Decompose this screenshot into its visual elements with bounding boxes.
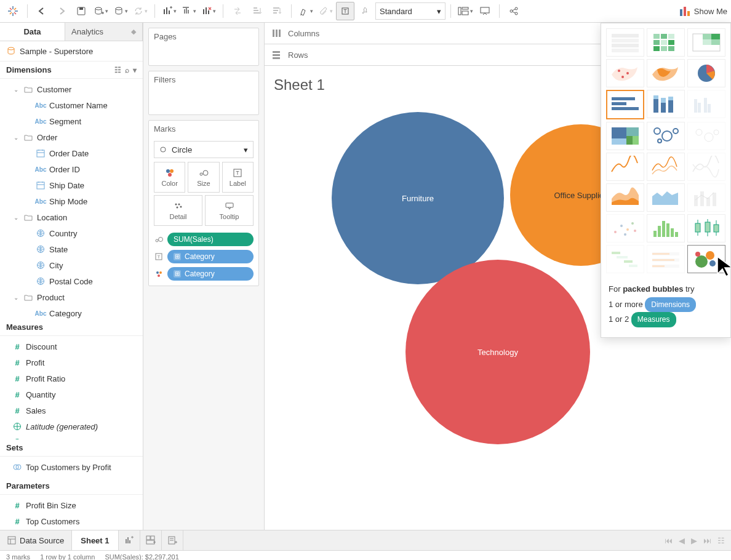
measure-field[interactable]: Longitude (generated) [0, 434, 143, 439]
nav-first-icon[interactable]: ⏮ [665, 536, 673, 545]
chart-type-area-discrete[interactable] [647, 183, 685, 212]
chart-type-heatmap[interactable] [647, 28, 685, 57]
tab-analytics[interactable]: Analytics◆ [65, 23, 143, 41]
chart-type-bullet[interactable] [647, 245, 685, 273]
dimension-field[interactable]: Order Date [0, 145, 143, 161]
pages-shelf[interactable]: Pages [148, 28, 259, 66]
dimension-field[interactable]: AbcCustomer Name [0, 97, 143, 113]
mark-label-toggle-icon[interactable]: T [336, 2, 354, 20]
dimension-field[interactable]: Ship Date [0, 177, 143, 193]
duplicate-sheet-icon[interactable]: ▾ [180, 2, 198, 20]
chart-type-treemap[interactable] [606, 122, 644, 150]
presentation-mode-icon[interactable] [476, 2, 494, 20]
chart-type-symbol-map[interactable] [606, 59, 644, 87]
dimension-field[interactable]: State [0, 241, 143, 257]
mark-type-select[interactable]: Circle ▾ [154, 141, 254, 158]
color-pill[interactable]: ⊞Category [167, 267, 254, 281]
refresh-datasource-icon[interactable]: ▾ [111, 2, 130, 20]
chart-type-line-continuous[interactable] [606, 153, 644, 181]
chart-type-text-table[interactable] [606, 28, 644, 57]
nav-next-icon[interactable]: ▶ [691, 536, 697, 545]
chart-type-line-discrete[interactable] [647, 153, 685, 181]
new-dashboard-tab[interactable] [140, 530, 162, 550]
dimension-group[interactable]: ⌄Order [0, 129, 143, 145]
share-icon[interactable] [505, 2, 523, 20]
size-pill[interactable]: SUM(Sales) [167, 233, 254, 246]
marks-color-button[interactable]: Color [154, 162, 185, 193]
forward-icon[interactable] [52, 2, 71, 20]
back-icon[interactable] [33, 2, 51, 20]
measure-field[interactable]: Latitude (generated) [0, 418, 143, 434]
chart-type-filled-map[interactable] [647, 59, 685, 87]
parameter-field[interactable]: #Profit Bin Size [0, 497, 143, 513]
auto-update-icon[interactable]: ▾ [131, 2, 150, 20]
nav-last-icon[interactable]: ⏭ [703, 536, 711, 545]
chart-type-side-by-side-bar[interactable] [687, 90, 725, 118]
bubble-furniture[interactable]: Furniture [332, 112, 504, 284]
clear-sheet-icon[interactable]: ▾ [199, 2, 218, 20]
new-worksheet-tab[interactable] [119, 530, 140, 550]
marks-label-pill-row[interactable]: T ⊞Category [149, 248, 258, 265]
label-pill[interactable]: ⊞Category [167, 250, 254, 263]
show-cards-icon[interactable]: ▾ [456, 2, 474, 20]
chart-type-scatter[interactable] [606, 214, 644, 242]
marks-detail-button[interactable]: Detail [154, 195, 202, 226]
swap-icon[interactable] [228, 2, 247, 20]
sheet-tab[interactable]: Sheet 1 [72, 530, 118, 550]
tableau-logo-icon[interactable] [4, 2, 22, 20]
set-field[interactable]: Top Customers by Profit [0, 459, 143, 475]
chart-type-packed-bubbles[interactable] [687, 245, 725, 273]
chart-type-pie[interactable] [687, 59, 725, 87]
parameter-field[interactable]: #Top Customers [0, 513, 143, 529]
marks-tooltip-button[interactable]: Tooltip [205, 195, 254, 226]
new-datasource-icon[interactable]: ▾ [92, 2, 110, 20]
sort-desc-icon[interactable] [268, 2, 286, 20]
nav-tabs-icon[interactable]: ☷ [717, 536, 725, 545]
chart-type-box-plot[interactable] [687, 214, 725, 242]
fields-menu-icon[interactable]: ▾ [133, 66, 137, 74]
measure-field[interactable]: #Profit [0, 354, 143, 370]
chart-type-highlight-table[interactable] [687, 28, 725, 57]
chart-type-side-circles[interactable] [687, 122, 725, 150]
save-icon[interactable] [72, 2, 90, 20]
dimension-field[interactable]: City [0, 257, 143, 273]
chart-type-dual-line[interactable] [687, 153, 725, 181]
new-story-tab[interactable] [162, 530, 183, 550]
datasource-tab[interactable]: Data Source [0, 530, 72, 550]
bubble-technology[interactable]: Technology [405, 260, 590, 444]
fit-mode-select[interactable]: Standard ▾ [375, 2, 445, 20]
chart-type-hbar[interactable] [606, 90, 644, 119]
measure-field[interactable]: #Sales [0, 402, 143, 418]
marks-size-button[interactable]: Size [188, 162, 219, 193]
chart-type-circle-views[interactable] [647, 122, 685, 150]
dimension-field[interactable]: Country [0, 225, 143, 241]
marks-size-pill-row[interactable]: SUM(Sales) [149, 231, 258, 248]
analytics-menu-icon[interactable]: ◆ [131, 28, 136, 36]
pin-icon[interactable] [356, 2, 374, 20]
chart-type-stacked-bar[interactable] [647, 90, 685, 118]
dimension-field[interactable]: AbcCategory [0, 305, 143, 319]
chart-type-gantt[interactable] [606, 245, 644, 273]
nav-prev-icon[interactable]: ◀ [679, 536, 685, 545]
show-me-button[interactable]: Show Me [679, 6, 727, 17]
marks-label-button[interactable]: TLabel [222, 162, 254, 193]
chart-type-area-continuous[interactable] [606, 183, 644, 212]
dimension-group[interactable]: ⌄Product [0, 289, 143, 305]
measure-field[interactable]: #Discount [0, 338, 143, 354]
dimension-field[interactable]: AbcOrder ID [0, 161, 143, 177]
highlight-icon[interactable]: ▾ [297, 2, 315, 20]
dimension-field[interactable]: AbcSegment [0, 113, 143, 129]
attachment-icon[interactable]: ▾ [316, 2, 335, 20]
filters-shelf[interactable]: Filters [148, 71, 259, 115]
chart-type-dual-combo[interactable] [687, 183, 725, 212]
dimension-field[interactable]: AbcShip Mode [0, 193, 143, 209]
marks-color-pill-row[interactable]: ⊞Category [149, 265, 258, 286]
view-as-icon[interactable]: ☷ [114, 66, 121, 74]
new-worksheet-icon[interactable]: ▾ [160, 2, 178, 20]
dimension-group[interactable]: ⌄Location [0, 209, 143, 225]
measure-field[interactable]: #Profit Ratio [0, 370, 143, 386]
chart-type-histogram[interactable] [647, 214, 685, 242]
dimension-group[interactable]: ⌄Customer [0, 81, 143, 97]
tab-data[interactable]: Data [0, 23, 65, 41]
sort-asc-icon[interactable] [248, 2, 266, 20]
